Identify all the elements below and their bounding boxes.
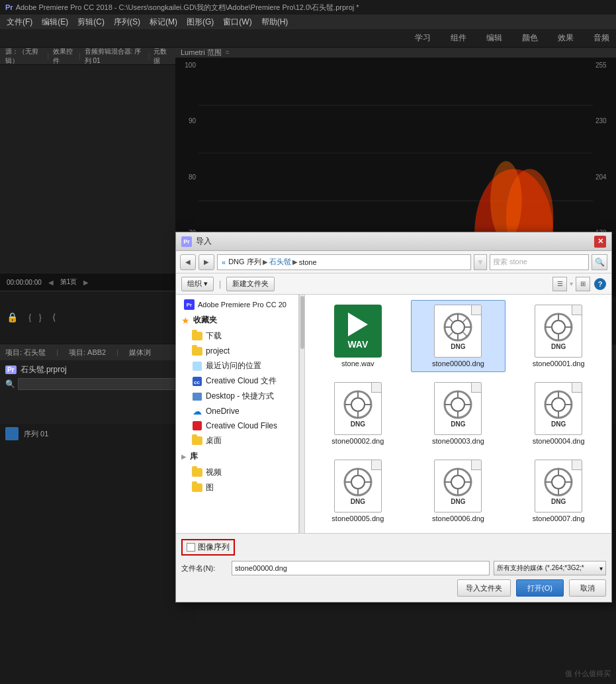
- media-label[interactable]: 媒体浏: [129, 348, 151, 358]
- sidebar-item-project[interactable]: project: [176, 344, 298, 358]
- menu-graphics[interactable]: 图形(G): [183, 15, 218, 29]
- filename-row: 文件名(N): 所有支持的媒体 (*.264;*3G2;* ▾: [181, 561, 606, 575]
- tab-effects-ctrl[interactable]: 效果控件: [50, 46, 77, 67]
- svg-point-7: [490, 161, 522, 240]
- list-item[interactable]: WAV stone.wav: [310, 300, 406, 372]
- menu-help[interactable]: 帮助(H): [257, 15, 292, 29]
- address-path[interactable]: « DNG 序列 ▶ 石头髢 ▶ stone: [217, 254, 471, 270]
- address-dropdown-button[interactable]: ▼: [474, 254, 487, 270]
- sidebar-favorites-header[interactable]: ★ 收藏夹: [176, 312, 298, 328]
- file-sidebar: Pr Adobe Premiere Pro CC 20 ★ 收藏夹 下载: [176, 295, 299, 533]
- dng-file-bg-3: DNG: [434, 382, 482, 435]
- address-segment-2: 石头髢: [269, 257, 291, 267]
- list-item[interactable]: DNG stone00005.dng: [310, 455, 406, 527]
- tab-learn[interactable]: 学习: [415, 32, 431, 44]
- project-title[interactable]: 项目: 石头髢: [5, 348, 46, 358]
- nav-forward-button[interactable]: ▶: [198, 254, 214, 270]
- sidebar-item-onedrive[interactable]: ☁ OneDrive: [176, 404, 298, 418]
- list-item[interactable]: DNG stone00003.dng: [411, 377, 506, 450]
- tab-metadata[interactable]: 元数据: [151, 46, 173, 67]
- dng-text-3: DNG: [451, 420, 465, 428]
- sidebar-item-cc-files-2[interactable]: Creative Cloud Files: [176, 418, 298, 433]
- sidebar-item-recent[interactable]: 最近访问的位置: [176, 358, 298, 373]
- dng-file-bg-1: DNG: [535, 305, 582, 358]
- list-item[interactable]: DNG stone00000.dng: [411, 300, 506, 372]
- new-folder-button[interactable]: 新建文件夹: [226, 277, 275, 291]
- search-submit-button[interactable]: 🔍: [592, 254, 607, 270]
- filetype-dropdown[interactable]: 所有支持的媒体 (*.264;*3G2;* ▾: [494, 561, 606, 575]
- file-grid: WAV stone.wav: [310, 300, 606, 527]
- sidebar-library-header[interactable]: ▶ 库: [176, 448, 298, 465]
- timeline-icon-4[interactable]: ⟨: [52, 312, 56, 324]
- recent-label: 最近访问的位置: [206, 360, 261, 371]
- sidebar-item-desktop[interactable]: Desktop - 快捷方式: [176, 389, 298, 404]
- image-sequence-checkbox[interactable]: [187, 543, 195, 552]
- left-panel: 源：（无剪辑） | 效果控件 | 音频剪辑混合器: 序列 01 | 元数据: [0, 48, 175, 273]
- tab-assemble[interactable]: 组件: [451, 32, 466, 44]
- dng-text-4: DNG: [551, 420, 566, 428]
- list-item[interactable]: DNG stone00004.dng: [511, 377, 606, 450]
- timeline-icon-1[interactable]: 🔒: [7, 312, 18, 324]
- cc-icon: cc: [192, 376, 202, 387]
- dng-filename-2: stone00002.dng: [331, 437, 384, 445]
- dng-filename-0: stone00000.dng: [432, 360, 484, 367]
- tab-effects[interactable]: 效果: [558, 32, 574, 44]
- search-icon-project[interactable]: 🔍: [5, 379, 15, 389]
- search-box[interactable]: 搜索 stone: [490, 254, 589, 270]
- sidebar-scrollbar[interactable]: [299, 295, 304, 533]
- aperture-icon-2: [343, 390, 373, 419]
- tab-audio[interactable]: 音频: [594, 32, 609, 44]
- timeline-icon-2[interactable]: ｛: [23, 312, 32, 324]
- sidebar-item-app[interactable]: Pr Adobe Premiere Pro CC 20: [176, 297, 298, 312]
- list-item[interactable]: DNG stone00001.dng: [511, 300, 606, 372]
- dng-filename-3: stone00003.dng: [432, 437, 484, 445]
- sequence-label[interactable]: 序列 01: [24, 429, 48, 439]
- tab-color[interactable]: 颜色: [522, 32, 538, 44]
- menu-edit[interactable]: 编辑(E): [38, 15, 72, 29]
- dialog-bottom-bar: 图像序列 文件名(N): 所有支持的媒体 (*.264;*3G2;* ▾ 导入文…: [176, 533, 611, 602]
- sidebar-item-desktop-folder[interactable]: 桌面: [176, 433, 298, 448]
- sidebar-scroll-thumb[interactable]: [300, 296, 304, 349]
- sidebar-item-video[interactable]: 视频: [176, 465, 298, 480]
- image-sequence-checkbox-container[interactable]: 图像序列: [181, 539, 235, 556]
- dng-text-1: DNG: [551, 343, 566, 350]
- organize-button[interactable]: 组织 ▾: [181, 277, 214, 291]
- svg-point-32: [451, 398, 464, 411]
- filename-input[interactable]: [232, 561, 490, 575]
- import-folder-button[interactable]: 导入文件夹: [457, 579, 511, 597]
- view-list-button[interactable]: ☰: [552, 277, 567, 291]
- menu-file[interactable]: 文件(F): [3, 15, 36, 29]
- lumetri-title: Lumetri 范围: [181, 48, 222, 58]
- sidebar-item-cc-files[interactable]: cc Creative Cloud 文件: [176, 373, 298, 389]
- aperture-icon-6: [443, 467, 472, 497]
- menu-window[interactable]: 窗口(W): [219, 15, 255, 29]
- dng-icon-container-0: DNG: [431, 305, 484, 358]
- dialog-close-button[interactable]: ✕: [594, 236, 606, 248]
- view-icons-button[interactable]: ⊞: [576, 277, 590, 291]
- menu-marker[interactable]: 标记(M): [146, 15, 181, 29]
- menu-clip[interactable]: 剪辑(C): [73, 15, 109, 29]
- help-button[interactable]: ?: [594, 278, 606, 290]
- file-pr-icon: Pr: [5, 366, 17, 374]
- dng-file-bg-4: DNG: [535, 382, 582, 435]
- tab-edit[interactable]: 编辑: [486, 32, 502, 44]
- address-segment-3: stone: [299, 258, 317, 266]
- aperture-icon-1: [544, 313, 573, 342]
- sidebar-item-download[interactable]: 下载: [176, 328, 298, 344]
- dng-icon-container-6: DNG: [431, 460, 484, 513]
- cancel-button[interactable]: 取消: [569, 579, 606, 597]
- dng-icon-container-5: DNG: [331, 460, 384, 513]
- tab-source[interactable]: 源：（无剪辑）: [3, 46, 46, 67]
- project-filename[interactable]: 石头髢.prproj: [21, 364, 67, 375]
- open-button[interactable]: 打开(O): [516, 579, 564, 597]
- app-icon: Pr: [5, 3, 13, 11]
- list-item[interactable]: DNG stone00002.dng: [310, 377, 406, 450]
- list-item[interactable]: DNG stone00007.dng: [511, 455, 606, 527]
- list-item[interactable]: DNG stone00006.dng: [411, 455, 506, 527]
- nav-back-button[interactable]: ◀: [180, 254, 196, 270]
- tab-audio-mix[interactable]: 音频剪辑混合器: 序列 01: [82, 46, 147, 67]
- timeline-icon-3[interactable]: ｝: [38, 312, 47, 324]
- sidebar-item-image[interactable]: 图: [176, 480, 298, 495]
- project-sub[interactable]: 项目: ABB2: [69, 348, 106, 358]
- menu-sequence[interactable]: 序列(S): [110, 15, 144, 29]
